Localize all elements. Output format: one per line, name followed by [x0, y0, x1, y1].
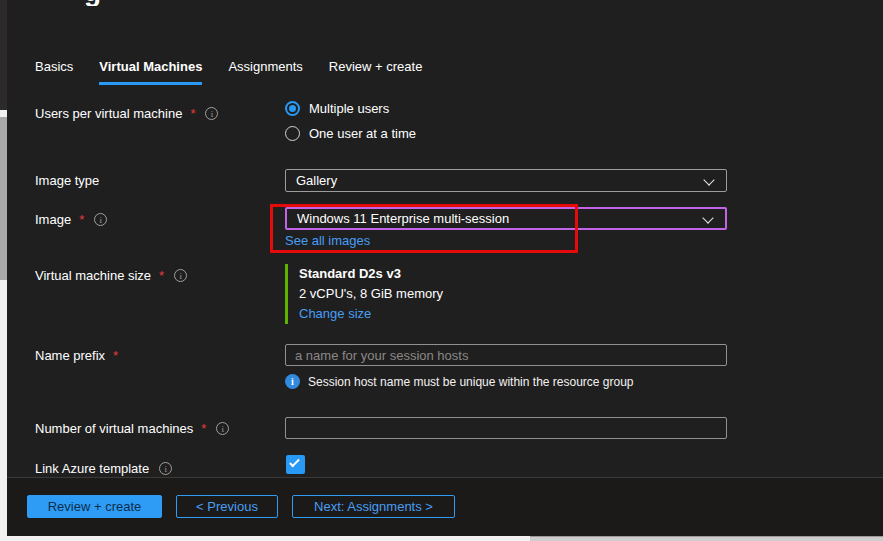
- left-scrollbar-thumb[interactable]: [0, 117, 7, 280]
- page-title-clipped: g: [84, 0, 110, 6]
- info-icon[interactable]: i: [94, 213, 107, 226]
- vm-size-label: Virtual machine size* i: [35, 268, 187, 283]
- radio-multiple-users[interactable]: Multiple users: [285, 101, 389, 116]
- users-per-vm-label: Users per virtual machine* i: [35, 106, 218, 121]
- required-asterisk: *: [159, 268, 164, 283]
- previous-button[interactable]: < Previous: [176, 495, 278, 518]
- vm-size-summary: Standard D2s v3 2 vCPU's, 8 GiB memory C…: [285, 264, 443, 324]
- wizard-footer: Review + create < Previous Next: Assignm…: [7, 477, 883, 536]
- check-icon: [289, 457, 300, 468]
- name-prefix-input[interactable]: [285, 344, 727, 366]
- link-template-label: Link Azure template i: [35, 461, 172, 476]
- radio-multiple-users-label: Multiple users: [309, 101, 389, 116]
- image-dropdown[interactable]: Windows 11 Enterprise multi-session: [285, 207, 727, 230]
- vm-size-specs: 2 vCPU's, 8 GiB memory: [299, 284, 443, 304]
- image-type-value: Gallery: [296, 173, 337, 188]
- vm-size-name: Standard D2s v3: [299, 264, 443, 284]
- info-bubble-icon: i: [285, 374, 300, 389]
- required-asterisk: *: [201, 421, 206, 436]
- required-asterisk: *: [113, 348, 118, 363]
- radio-selected-icon: [285, 101, 300, 116]
- image-type-dropdown[interactable]: Gallery: [285, 169, 727, 192]
- radio-one-user[interactable]: One user at a time: [285, 126, 416, 141]
- change-size-link[interactable]: Change size: [299, 304, 371, 324]
- wizard-tabs: Basics Virtual Machines Assignments Revi…: [35, 59, 422, 85]
- chevron-down-icon: [703, 174, 714, 185]
- info-icon[interactable]: i: [159, 462, 172, 475]
- tab-virtual-machines[interactable]: Virtual Machines: [99, 59, 202, 85]
- bottom-scrollbar-thumb[interactable]: [530, 536, 883, 541]
- next-assignments-button[interactable]: Next: Assignments >: [292, 495, 455, 518]
- link-template-checkbox[interactable]: [286, 455, 305, 474]
- info-icon[interactable]: i: [205, 107, 218, 120]
- vm-count-label: Number of virtual machines* i: [35, 421, 229, 436]
- image-label: Image* i: [35, 212, 107, 227]
- see-all-images-link[interactable]: See all images: [285, 233, 370, 248]
- review-create-button[interactable]: Review + create: [27, 495, 162, 518]
- vm-count-input[interactable]: [285, 417, 727, 439]
- required-asterisk: *: [79, 212, 84, 227]
- tab-assignments[interactable]: Assignments: [228, 59, 302, 85]
- create-host-pool-page: g Basics Virtual Machines Assignments Re…: [0, 0, 883, 541]
- name-prefix-hint: i Session host name must be unique withi…: [285, 374, 634, 389]
- image-type-label: Image type: [35, 173, 99, 188]
- image-value: Windows 11 Enterprise multi-session: [297, 211, 509, 226]
- chevron-down-icon: [702, 212, 713, 223]
- radio-unselected-icon: [285, 126, 300, 141]
- tab-basics[interactable]: Basics: [35, 59, 73, 85]
- tab-review-create[interactable]: Review + create: [329, 59, 423, 85]
- radio-one-user-label: One user at a time: [309, 126, 416, 141]
- left-edge-panel: [0, 0, 7, 110]
- info-icon[interactable]: i: [216, 422, 229, 435]
- name-prefix-label: Name prefix*: [35, 348, 118, 363]
- hint-text: Session host name must be unique within …: [308, 375, 634, 389]
- info-icon[interactable]: i: [174, 269, 187, 282]
- required-asterisk: *: [190, 106, 195, 121]
